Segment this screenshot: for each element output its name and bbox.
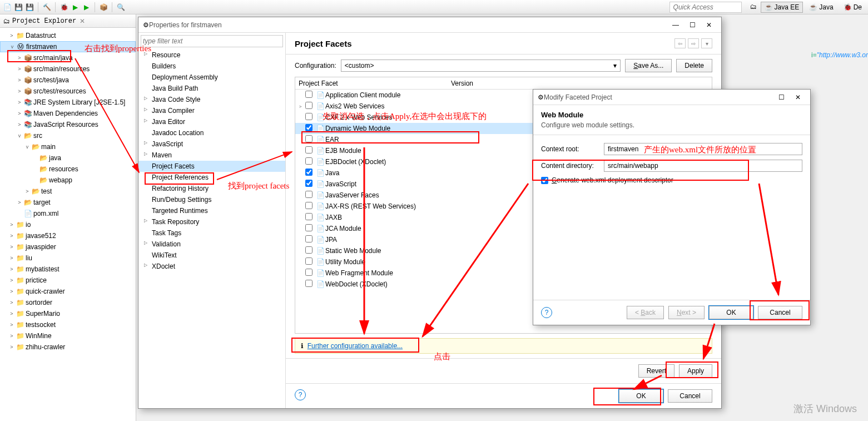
tree-item[interactable]: >📁WinMine <box>0 330 136 341</box>
config-combo[interactable]: <custom> ▾ <box>341 60 621 72</box>
tree-item[interactable]: >📁javase512 <box>0 230 136 241</box>
facet-checkbox[interactable] <box>305 135 313 142</box>
quick-access-input[interactable] <box>669 2 742 13</box>
debug-icon[interactable]: 🐞 <box>59 2 69 12</box>
nav-item[interactable]: Maven <box>138 150 285 161</box>
context-root-input[interactable] <box>604 143 802 155</box>
nav-item[interactable]: Run/Debug Settings <box>138 194 285 205</box>
nav-item[interactable]: Javadoc Location <box>138 127 285 138</box>
col-header-version[interactable]: Version <box>451 80 495 87</box>
open-perspective-icon[interactable]: 🗂 <box>748 2 758 12</box>
run-icon[interactable]: ▶ <box>70 2 80 12</box>
new-icon[interactable]: 📄 <box>2 2 12 12</box>
maximize-icon[interactable]: ☐ <box>685 19 700 31</box>
generate-webxml-label[interactable]: Generate web.xml deployment descriptor <box>552 176 673 184</box>
nav-item[interactable]: XDoclet <box>138 261 285 272</box>
revert-button[interactable]: Revert <box>638 364 674 378</box>
facet-checkbox[interactable] <box>305 224 313 231</box>
tree-item[interactable]: vⓂfirstmaven <box>0 41 136 52</box>
facet-checkbox[interactable] <box>305 124 313 131</box>
facet-checkbox[interactable] <box>305 91 313 98</box>
save-all-icon[interactable]: 💾 <box>24 2 34 12</box>
tree-item[interactable]: >📦src/main/java <box>0 52 136 63</box>
nav-item[interactable]: Targeted Runtimes <box>138 205 285 216</box>
tree-item[interactable]: >📦src/test/resources <box>0 86 136 97</box>
nav-menu-icon[interactable]: ▾ <box>701 38 712 48</box>
nav-item[interactable]: Project References <box>138 172 285 183</box>
tree-item[interactable]: v📂src <box>0 130 136 141</box>
close-icon[interactable]: ✕ <box>701 19 717 31</box>
nav-item[interactable]: Task Tags <box>138 227 285 239</box>
nav-item[interactable]: Refactoring History <box>138 183 285 194</box>
nav-item[interactable]: Project Facets <box>138 161 285 172</box>
perspective-java[interactable]: ☕ Java <box>805 2 837 13</box>
tree-item[interactable]: >📚JRE System Library [J2SE-1.5] <box>0 97 136 108</box>
tree-item[interactable]: >📁testsocket <box>0 319 136 330</box>
save-as-button[interactable]: Save As... <box>625 59 672 72</box>
nav-fwd-icon[interactable]: ⇨ <box>688 38 699 48</box>
tree-item[interactable]: >📦src/main/resources <box>0 63 136 75</box>
perspective-debug[interactable]: 🐞 De <box>840 2 866 13</box>
facet-checkbox[interactable] <box>305 246 313 254</box>
nav-item[interactable]: JavaScript <box>138 138 285 150</box>
tree-item[interactable]: >📁mybatistest <box>0 264 136 275</box>
col-header-facet[interactable]: Project Facet <box>295 80 451 87</box>
minimize-icon[interactable]: — <box>668 19 683 31</box>
further-config-link[interactable]: Further configuration available... <box>307 342 403 350</box>
facet-checkbox[interactable] <box>305 235 313 242</box>
facet-checkbox[interactable] <box>305 257 313 265</box>
facet-checkbox[interactable] <box>305 102 313 109</box>
tree-item[interactable]: >📁javaspider <box>0 241 136 252</box>
search-icon[interactable]: 🔍 <box>116 2 126 12</box>
close-icon[interactable]: ✕ <box>790 92 806 103</box>
facet-checkbox[interactable] <box>305 269 313 276</box>
nav-item[interactable]: Java Compiler <box>138 105 285 116</box>
filter-input[interactable] <box>141 35 283 47</box>
tree-item[interactable]: >📁prictice <box>0 275 136 286</box>
delete-button[interactable]: Delete <box>676 59 712 72</box>
nav-item[interactable]: Task Repository <box>138 216 285 227</box>
tree-item[interactable]: >📚JavaScript Resources <box>0 119 136 130</box>
tree-item[interactable]: >📂target <box>0 197 136 208</box>
perspective-javaee[interactable]: ☕ Java EE <box>761 2 803 13</box>
facet-checkbox[interactable] <box>305 180 313 187</box>
facet-checkbox[interactable] <box>305 202 313 209</box>
help-icon[interactable]: ? <box>295 389 306 400</box>
nav-item[interactable]: Java Code Style <box>138 94 285 105</box>
tree-item[interactable]: >📁io <box>0 219 136 230</box>
facet-checkbox[interactable] <box>305 213 313 220</box>
close-view-icon[interactable]: ✕ <box>80 17 85 25</box>
new-server-icon[interactable]: 📦 <box>98 2 108 12</box>
help-icon[interactable]: ? <box>541 307 552 318</box>
nav-item[interactable]: WikiText <box>138 250 285 261</box>
tree-item[interactable]: >📁sortorder <box>0 297 136 308</box>
tree-item[interactable]: >📁Datastruct <box>0 30 136 41</box>
facet-checkbox[interactable] <box>305 169 313 176</box>
facet-checkbox[interactable] <box>305 113 313 120</box>
nav-item[interactable]: Java Build Path <box>138 83 285 94</box>
nav-item[interactable]: Builders <box>138 61 285 72</box>
tree-item[interactable]: >📚Maven Dependencies <box>0 108 136 119</box>
tree-item[interactable]: 📂java <box>0 152 136 164</box>
content-dir-input[interactable] <box>604 160 802 172</box>
facet-checkbox[interactable] <box>305 191 313 198</box>
run-ext-icon[interactable]: ▶ <box>81 2 91 12</box>
tree-item[interactable]: >📁liu <box>0 252 136 264</box>
tree-item[interactable]: 📄pom.xml <box>0 208 136 219</box>
tree-item[interactable]: >📁SuperMario <box>0 308 136 319</box>
nav-back-icon[interactable]: ⇦ <box>674 38 686 48</box>
nav-item[interactable]: Java Editor <box>138 116 285 127</box>
facet-checkbox[interactable] <box>305 280 313 287</box>
tree-item[interactable]: 📂resources <box>0 164 136 175</box>
project-tree[interactable]: >📁DatastructvⓂfirstmaven>📦src/main/java>… <box>0 28 136 355</box>
tree-item[interactable]: v📂main <box>0 141 136 152</box>
apply-button[interactable]: Apply <box>679 364 712 378</box>
build-icon[interactable]: 🔨 <box>42 2 52 12</box>
nav-item[interactable]: Validation <box>138 239 285 250</box>
maximize-icon[interactable]: ☐ <box>773 92 789 103</box>
nav-item[interactable]: Deployment Assembly <box>138 72 285 83</box>
ok-button[interactable]: OK <box>709 306 753 319</box>
tree-item[interactable]: 📂webapp <box>0 175 136 186</box>
facet-checkbox[interactable] <box>305 157 313 165</box>
save-icon[interactable]: 💾 <box>13 2 23 12</box>
